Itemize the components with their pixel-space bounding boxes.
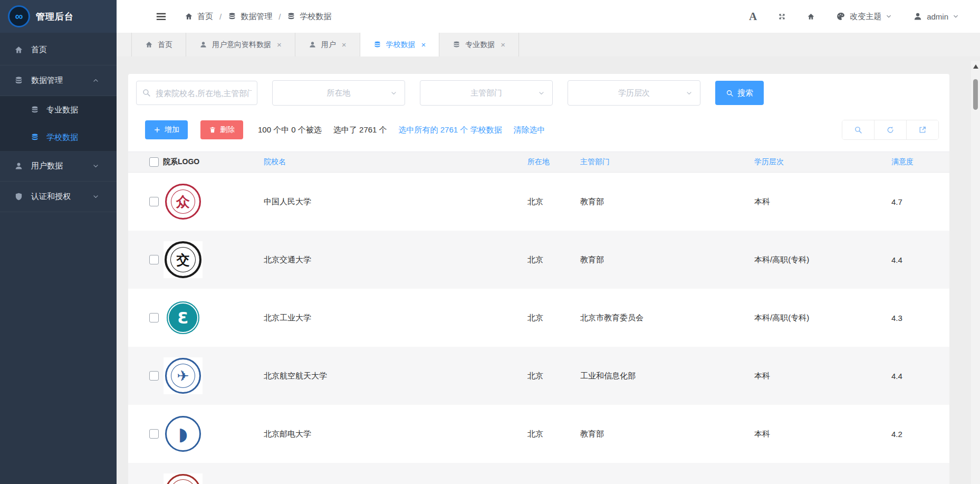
tab-school-data[interactable]: 学校数据 × [360, 33, 440, 56]
department-cell: 教育部 [570, 429, 744, 439]
select-placeholder: 主管部门 [470, 88, 502, 98]
breadcrumb: 首页 / 数据管理 / 学校数据 [185, 12, 331, 22]
table-toolbar: 增加 删除 100 个中 0 个被选 选中了 2761 个 选中所有的 2761… [145, 120, 939, 139]
department-cell: 北京市教育委员会 [570, 313, 744, 323]
breadcrumb-home[interactable]: 首页 [185, 12, 213, 22]
sidebar-item-home[interactable]: 首页 [0, 35, 117, 65]
user-icon [913, 12, 923, 21]
search-input[interactable] [136, 81, 257, 105]
column-header-department[interactable]: 主管部门 [570, 157, 744, 167]
add-button-label: 增加 [165, 125, 179, 135]
column-header-location[interactable]: 所在地 [517, 157, 570, 167]
brand-logo-icon: ∞ [8, 5, 30, 27]
school-logo-emblem [167, 301, 199, 334]
row-checkbox[interactable] [149, 255, 159, 264]
location-select[interactable]: 所在地 [272, 80, 405, 106]
column-header-name[interactable]: 院校名 [253, 157, 517, 167]
sidebar: ∞ 管理后台 首页 数据管理 专业数据 学校数据 [0, 0, 117, 484]
scrollbar-thumb[interactable] [973, 79, 978, 110]
row-checkbox[interactable] [149, 197, 159, 206]
theme-switcher[interactable]: 改变主题 [836, 12, 892, 22]
delete-button[interactable]: 删除 [200, 120, 243, 139]
breadcrumb-label: 学校数据 [300, 12, 331, 22]
score-cell: 4.2 [881, 430, 939, 439]
home-shortcut-icon[interactable] [807, 13, 815, 21]
scroll-up-arrow-icon[interactable] [973, 64, 978, 69]
school-name-cell: 北京邮电大学 [253, 429, 517, 439]
department-cell: 教育部 [570, 255, 744, 265]
location-cell: 北京 [517, 313, 570, 323]
tab-users[interactable]: 用户 × [295, 33, 360, 56]
column-header-level[interactable]: 学历层次 [744, 157, 881, 167]
tab-home[interactable]: 首页 [131, 33, 186, 56]
school-logo-emblem [165, 241, 201, 278]
search-icon [854, 126, 862, 134]
row-checkbox[interactable] [149, 371, 159, 381]
sidebar-item-major-data[interactable]: 专业数据 [0, 96, 117, 124]
user-icon [309, 41, 316, 49]
search-field-wrap [136, 81, 257, 105]
table-row[interactable]: 中国人民大学 北京 教育部 本科 4.7 [128, 173, 949, 231]
sidebar-item-data-management[interactable]: 数据管理 [0, 65, 117, 96]
chevron-down-icon [886, 13, 892, 20]
select-all-link[interactable]: 选中所有的 2761 个 学校数据 [399, 125, 502, 135]
table-row[interactable]: 北京工业大学 北京 北京市教育委员会 本科/高职(专科) 4.3 [128, 289, 949, 347]
column-header-score[interactable]: 满意度 [881, 157, 939, 167]
user-menu[interactable]: admin [913, 12, 959, 21]
schools-table: 院系LOGO 院校名 所在地 主管部门 学历层次 满意度 中国人民大学 北京 [128, 151, 949, 484]
clear-selection-link[interactable]: 清除选中 [513, 125, 545, 135]
database-icon [14, 76, 23, 85]
breadcrumb-school-data[interactable]: 学校数据 [287, 12, 331, 22]
hamburger-menu-icon[interactable] [155, 11, 167, 23]
sidebar-item-user-data[interactable]: 用户数据 [0, 151, 117, 182]
select-all-checkbox[interactable] [149, 157, 159, 167]
sidebar-item-school-data[interactable]: 学校数据 [0, 124, 117, 151]
vertical-scrollbar[interactable] [971, 61, 980, 484]
search-button[interactable]: 搜索 [715, 81, 764, 105]
table-row[interactable] [128, 463, 949, 484]
table-header-row: 院系LOGO 院校名 所在地 主管部门 学历层次 满意度 [128, 151, 949, 173]
font-size-button[interactable]: A [749, 10, 757, 23]
refresh-button[interactable] [874, 120, 906, 139]
sidebar-item-auth[interactable]: 认证和授权 [0, 182, 117, 212]
tab-major-data[interactable]: 专业数据 × [439, 33, 519, 56]
home-icon [185, 12, 193, 21]
row-checkbox[interactable] [149, 429, 159, 439]
score-cell: 4.4 [881, 255, 939, 264]
fullscreen-icon[interactable] [778, 13, 786, 21]
level-cell: 本科 [744, 197, 881, 207]
table-row[interactable]: 北京航空航天大学 北京 工业和信息化部 本科 4.4 [128, 347, 949, 405]
database-icon [31, 106, 39, 114]
level-select[interactable]: 学历层次 [568, 80, 700, 106]
export-icon [918, 126, 927, 134]
chevron-down-icon [538, 90, 545, 97]
table-row[interactable]: 北京交通大学 北京 教育部 本科/高职(专科) 4.4 [128, 231, 949, 289]
database-icon [228, 12, 236, 21]
sidebar-menu: 首页 数据管理 专业数据 学校数据 用户数据 [0, 35, 117, 212]
data-panel: 所在地 主管部门 学历层次 搜索 [128, 74, 949, 484]
content-area: 所在地 主管部门 学历层次 搜索 [117, 56, 980, 484]
database-icon [31, 133, 39, 141]
close-icon[interactable]: × [277, 40, 282, 49]
close-icon[interactable]: × [421, 40, 426, 49]
table-row[interactable]: 北京邮电大学 北京 教育部 本科 4.2 [128, 405, 949, 463]
breadcrumb-data-management[interactable]: 数据管理 [228, 12, 272, 22]
top-navbar: 首页 / 数据管理 / 学校数据 A 改变主题 a [117, 0, 980, 33]
school-logo [164, 357, 203, 394]
table-search-toggle-button[interactable] [842, 120, 874, 139]
school-logo-emblem [165, 184, 201, 220]
department-cell: 教育部 [570, 197, 744, 207]
add-button[interactable]: 增加 [145, 120, 188, 139]
breadcrumb-label: 首页 [197, 12, 213, 22]
tab-user-intent-data[interactable]: 用户意向资料数据 × [186, 33, 295, 56]
school-name-cell: 北京航空航天大学 [253, 371, 517, 381]
export-button[interactable] [906, 120, 938, 139]
row-checkbox[interactable] [149, 313, 159, 322]
department-cell: 工业和信息化部 [570, 371, 744, 381]
search-icon [726, 89, 734, 97]
score-cell: 4.7 [881, 197, 939, 206]
close-icon[interactable]: × [342, 40, 347, 49]
department-select[interactable]: 主管部门 [420, 80, 553, 106]
close-icon[interactable]: × [501, 40, 505, 49]
sidebar-item-label: 认证和授权 [31, 192, 71, 202]
